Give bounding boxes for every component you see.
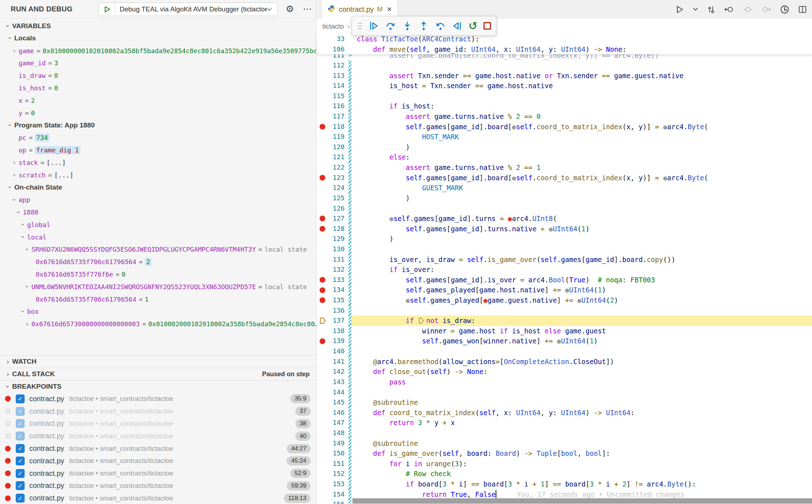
variable-row[interactable]: ›UNML6W5NVHRIKTEOZAA4NI2SWQROSGNFNY2QS52… <box>0 281 316 293</box>
variable-row[interactable]: op=frame_dig 1 <box>0 144 316 156</box>
variable-row[interactable]: ›box <box>0 306 316 318</box>
variable-row[interactable]: x=2 <box>0 94 316 107</box>
scope-row[interactable]: ›Program State: App 1880 <box>0 119 316 132</box>
code-line[interactable]: ) <box>351 234 812 244</box>
breakpoint-gutter[interactable] <box>317 357 328 367</box>
breakpoint-gutter[interactable] <box>317 489 328 500</box>
breakpoint-gutter[interactable] <box>317 203 328 214</box>
code-line[interactable]: ●self.games_played[●game.guest.native] +… <box>351 295 812 306</box>
breakpoint-gutter[interactable] <box>317 397 328 408</box>
code-line[interactable] <box>351 387 812 398</box>
breakpoint-gutter[interactable] <box>317 224 328 234</box>
breakpoint-gutter[interactable] <box>317 336 328 346</box>
variable-row[interactable]: is_host=0 <box>0 82 316 94</box>
code-line[interactable]: winner = game.host if is_host else game.… <box>351 326 812 336</box>
breakpoint-gutter[interactable] <box>317 173 328 183</box>
variable-row[interactable]: game_id=3 <box>0 57 316 70</box>
start-debugging-button[interactable] <box>99 3 115 16</box>
breakpoint-gutter[interactable] <box>317 60 328 71</box>
code-line[interactable]: for i in urange(3): <box>351 459 812 469</box>
breakpoint-gutter[interactable] <box>317 295 328 306</box>
breakpoint-gutter[interactable] <box>317 244 328 254</box>
code-line[interactable]: @arc4.baremethod(allow_actions=[OnComple… <box>351 357 812 367</box>
section-header-watch[interactable]: › WATCH <box>0 355 316 368</box>
breakpoint-gutter[interactable] <box>317 264 328 275</box>
breakpoint-gutter[interactable] <box>317 71 328 81</box>
breakpoint-checkbox[interactable]: ✓ <box>16 494 25 503</box>
breakpoint-gutter[interactable] <box>317 162 328 173</box>
step-out-button[interactable] <box>418 21 429 31</box>
code-line[interactable]: def coord_to_matrix_index(self, x: UInt6… <box>351 408 812 418</box>
section-header-breakpoints[interactable]: › BREAKPOINTS <box>0 380 316 393</box>
breakpoint-gutter[interactable] <box>317 91 328 101</box>
breakpoint-checkbox[interactable]: ✓ <box>16 457 25 465</box>
code-line[interactable]: HOST_MARK <box>351 132 812 142</box>
program-counter-icon[interactable] <box>317 316 328 326</box>
code-line[interactable] <box>351 244 812 254</box>
code-line[interactable]: assert game.turns.native % 2 == 0 <box>351 111 812 122</box>
code-line[interactable]: self.games[game_id].turns.native + ●UInt… <box>351 224 812 234</box>
breakpoint-gutter[interactable] <box>317 367 328 377</box>
code-line[interactable] <box>351 91 812 101</box>
variable-row[interactable]: 0x67616d65735f776f6e=0 <box>0 268 316 281</box>
breakpoint-gutter[interactable] <box>317 428 328 438</box>
breakpoint-gutter[interactable] <box>317 34 328 44</box>
code-line[interactable]: def is_game_over(self, board: Board) -> … <box>351 448 812 459</box>
variable-row[interactable]: is_draw=0 <box>0 69 316 82</box>
code-line[interactable]: ●self.games[game_id].turns = ●arc4.UInt8… <box>351 213 812 224</box>
step-over-button[interactable] <box>385 21 396 31</box>
variable-row[interactable]: 0x67616d65735f706c61796564=1 <box>0 293 316 306</box>
breakpoint-gutter[interactable] <box>317 152 328 162</box>
code-line[interactable]: assert game.board[self.coord_to_matrix_i… <box>351 54 812 56</box>
scope-row[interactable]: ›Locals <box>0 32 316 45</box>
close-icon[interactable]: × <box>387 6 392 13</box>
variable-row[interactable]: ›0x67616d65730000000000000003=0x01000200… <box>0 318 316 330</box>
breakpoint-gutter[interactable] <box>317 438 328 449</box>
code-line[interactable]: if is_host: <box>351 101 812 111</box>
code-line[interactable]: self.games[game_id].board[●self.coord_to… <box>351 173 812 183</box>
code-line[interactable]: @subroutine <box>351 438 812 449</box>
gear-icon[interactable]: ⚙ <box>286 4 294 14</box>
breakpoint-gutter[interactable] <box>317 193 328 203</box>
code-line[interactable]: assert Txn.sender == game.host.native or… <box>351 71 812 81</box>
debug-config-dropdown[interactable]: Debug TEAL via AlgoKit AVM Debugger (tic… <box>99 2 278 16</box>
variable-row[interactable]: ›1880 <box>0 206 316 218</box>
variable-row[interactable]: 0x67616d65735f706c61796564=2 <box>0 256 316 268</box>
step-into-button[interactable] <box>402 21 412 31</box>
step-back-button[interactable] <box>435 21 446 31</box>
breakpoint-row[interactable]: ✓contract.pytictactoe • smart_contracts/… <box>0 467 316 480</box>
variable-row[interactable]: ›scratch=[...] <box>0 169 316 181</box>
breakpoint-row[interactable]: ✓contract.pytictactoe • smart_contracts/… <box>0 430 316 442</box>
breakpoint-row[interactable]: ✓contract.pytictactoe • smart_contracts/… <box>0 455 316 467</box>
code-line[interactable] <box>351 60 812 71</box>
code-line[interactable]: @subroutine <box>351 397 812 408</box>
continue-button[interactable] <box>369 21 379 31</box>
breakpoint-checkbox[interactable]: ✓ <box>16 394 25 403</box>
breakpoint-checkbox[interactable]: ✓ <box>16 481 25 490</box>
section-header-call-stack[interactable]: › CALL STACK Paused on step <box>0 368 316 380</box>
reverse-continue-button[interactable] <box>452 21 462 31</box>
breakpoint-row[interactable]: ✓contract.pytictactoe • smart_contracts/… <box>0 418 316 430</box>
code-line[interactable]: self.games[game_id].board[●self.coord_to… <box>351 122 812 132</box>
code-line[interactable] <box>351 306 812 316</box>
breakpoint-gutter[interactable] <box>317 306 328 316</box>
restart-button[interactable]: ↺ <box>468 21 477 31</box>
code-line[interactable]: ) <box>351 193 812 203</box>
breakpoint-row[interactable]: ✓contract.pytictactoe • smart_contracts/… <box>0 480 316 492</box>
variable-row[interactable]: ›local <box>0 231 316 243</box>
breakpoint-gutter[interactable] <box>317 54 328 56</box>
breakpoint-gutter[interactable] <box>317 101 328 111</box>
code-line[interactable]: if is_over: <box>351 264 812 275</box>
breakpoint-checkbox[interactable]: ✓ <box>16 469 25 478</box>
code-line[interactable]: is_over, is_draw = self.is_game_over(sel… <box>351 254 812 265</box>
variable-row[interactable]: y=0 <box>0 107 316 119</box>
breakpoint-checkbox[interactable]: ✓ <box>16 432 25 440</box>
split-editor-button[interactable] <box>798 5 807 14</box>
breakpoint-checkbox[interactable]: ✓ <box>16 407 25 416</box>
more-actions-icon[interactable]: ⋯ <box>303 4 312 14</box>
previous-change-button[interactable] <box>724 5 734 14</box>
code-line[interactable] <box>351 346 812 357</box>
breakpoint-gutter[interactable] <box>317 213 328 224</box>
scope-row[interactable]: ›On-chain State <box>0 181 316 194</box>
breakpoint-gutter[interactable] <box>317 234 328 244</box>
